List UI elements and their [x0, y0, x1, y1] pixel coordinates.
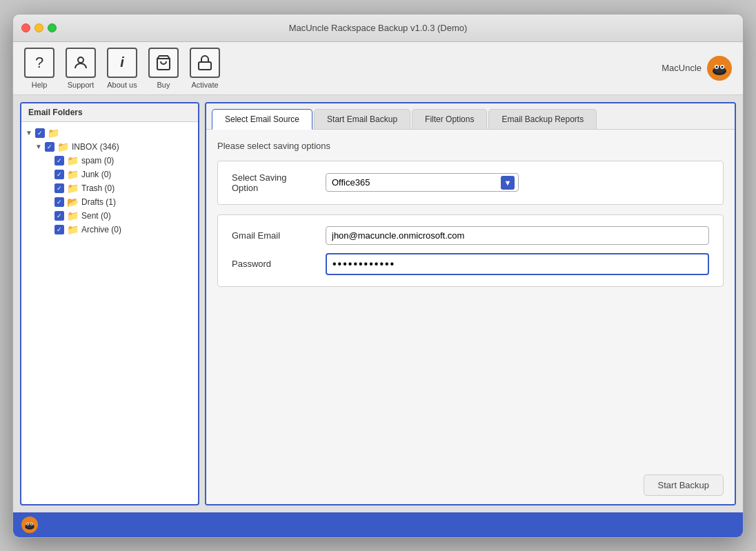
about-icon: i — [107, 48, 137, 78]
item-label-archive: Archive (0) — [81, 225, 121, 234]
folder-tree: ▼ 📁 ▼ 📁 INBOX (346) 📁 spam ( — [21, 122, 198, 241]
activate-button[interactable]: Activate — [190, 48, 220, 89]
tree-item-sent[interactable]: 📁 Sent (0) — [26, 209, 194, 223]
folder-icon: 📁 — [67, 224, 79, 235]
arrow-icon: ▼ — [26, 129, 32, 137]
app-window: MacUncle Rackspace Backup v1.0.3 (Demo) … — [12, 14, 744, 538]
action-row: Start Backup — [206, 466, 735, 504]
tree-item-junk[interactable]: 📁 Junk (0) — [26, 168, 194, 181]
toolbar-buttons: ? Help Support i About us — [24, 48, 662, 89]
folder-icon: 📂 — [67, 197, 79, 208]
buy-button[interactable]: Buy — [148, 48, 179, 89]
help-icon: ? — [24, 48, 54, 78]
activate-icon — [190, 48, 220, 78]
support-label: Support — [68, 81, 94, 89]
tree-item-inbox[interactable]: ▼ 📁 INBOX (346) — [26, 140, 194, 154]
saving-option-row: Select Saving Option Office365 Gmail Yah… — [232, 172, 709, 193]
svg-rect-2 — [199, 62, 211, 70]
svg-point-9 — [722, 66, 724, 68]
gmail-email-input[interactable] — [326, 226, 709, 245]
arrow-icon: ▼ — [35, 143, 42, 150]
panel-header: Email Folders — [21, 103, 198, 122]
password-input[interactable] — [326, 253, 709, 275]
checkbox-root[interactable] — [35, 128, 45, 138]
right-panel: Select Email Source Start Email Backup F… — [205, 102, 736, 505]
buy-icon — [148, 48, 179, 78]
folder-icon: 📁 — [48, 128, 59, 139]
item-label-spam: spam (0) — [81, 156, 114, 166]
tab-content: Please select saving options Select Savi… — [206, 130, 735, 466]
folder-icon: 📁 — [67, 169, 79, 180]
tab-filter-options[interactable]: Filter Options — [412, 109, 487, 129]
macuncle-logo — [707, 56, 732, 81]
traffic-lights — [21, 23, 57, 32]
help-button[interactable]: ? Help — [24, 48, 54, 89]
activate-label: Activate — [191, 81, 218, 89]
svg-point-16 — [31, 523, 32, 524]
toolbar: ? Help Support i About us — [13, 42, 743, 95]
start-backup-button[interactable]: Start Backup — [644, 474, 724, 496]
close-button[interactable] — [21, 23, 30, 32]
tab-select-email-source[interactable]: Select Email Source — [212, 109, 312, 130]
password-row: Password — [232, 253, 709, 275]
checkbox-drafts[interactable] — [54, 197, 64, 207]
tree-item-archive[interactable]: 📁 Archive (0) — [26, 223, 194, 237]
saving-option-label: Select Saving Option — [232, 172, 315, 193]
bottom-logo — [21, 517, 38, 533]
tree-item-drafts[interactable]: 📂 Drafts (1) — [26, 195, 194, 209]
checkbox-inbox[interactable] — [45, 142, 54, 152]
checkbox-junk[interactable] — [54, 170, 64, 179]
item-label-junk: Junk (0) — [81, 170, 111, 179]
item-label-inbox: INBOX (346) — [72, 142, 119, 152]
item-label-sent: Sent (0) — [81, 211, 111, 221]
support-button[interactable]: Support — [66, 48, 96, 89]
saving-option-select-wrapper: Office365 Gmail Yahoo Outlook IMAP ▼ — [326, 173, 519, 192]
password-label: Password — [232, 259, 315, 269]
folder-icon: 📁 — [57, 141, 69, 152]
item-label-drafts: Drafts (1) — [81, 197, 116, 207]
saving-option-card: Select Saving Option Office365 Gmail Yah… — [217, 161, 724, 205]
titlebar: MacUncle Rackspace Backup v1.0.3 (Demo) — [13, 14, 743, 42]
tab-start-email-backup[interactable]: Start Email Backup — [314, 109, 410, 129]
checkbox-spam[interactable] — [54, 156, 64, 166]
about-button[interactable]: i About us — [107, 48, 137, 89]
tree-item-trash[interactable]: 📁 Trash (0) — [26, 181, 194, 195]
svg-point-8 — [716, 66, 718, 68]
tree-item-root[interactable]: ▼ 📁 — [26, 126, 194, 140]
tree-item-spam[interactable]: 📁 spam (0) — [26, 154, 194, 168]
support-icon — [66, 48, 96, 78]
item-label-trash: Trash (0) — [81, 183, 115, 193]
folder-icon: 📁 — [67, 183, 79, 194]
buy-label: Buy — [157, 81, 170, 89]
brand-label: MacUncle — [662, 63, 702, 73]
folder-icon: 📁 — [67, 155, 79, 166]
folder-icon: 📁 — [67, 210, 79, 221]
minimize-button[interactable] — [34, 23, 43, 32]
left-panel: Email Folders ▼ 📁 ▼ 📁 INBOX (346) — [20, 102, 199, 505]
gmail-email-label: Gmail Email — [232, 230, 315, 241]
section-title: Please select saving options — [217, 141, 724, 151]
checkbox-trash[interactable] — [54, 183, 64, 193]
saving-option-select[interactable]: Office365 Gmail Yahoo Outlook IMAP — [326, 173, 519, 192]
window-title: MacUncle Rackspace Backup v1.0.3 (Demo) — [289, 23, 468, 33]
credentials-card: Gmail Email Password — [217, 214, 724, 287]
tab-email-backup-reports[interactable]: Email Backup Reports — [488, 109, 597, 129]
bottom-bar — [13, 512, 743, 537]
about-label: About us — [107, 81, 137, 89]
maximize-button[interactable] — [48, 23, 57, 32]
help-label: Help — [32, 81, 48, 89]
checkbox-sent[interactable] — [54, 211, 64, 221]
tabs-bar: Select Email Source Start Email Backup F… — [206, 103, 735, 130]
checkbox-archive[interactable] — [54, 225, 64, 234]
svg-point-0 — [78, 57, 83, 63]
svg-point-15 — [27, 523, 28, 524]
gmail-email-row: Gmail Email — [232, 226, 709, 245]
main-content: Email Folders ▼ 📁 ▼ 📁 INBOX (346) — [13, 95, 743, 512]
